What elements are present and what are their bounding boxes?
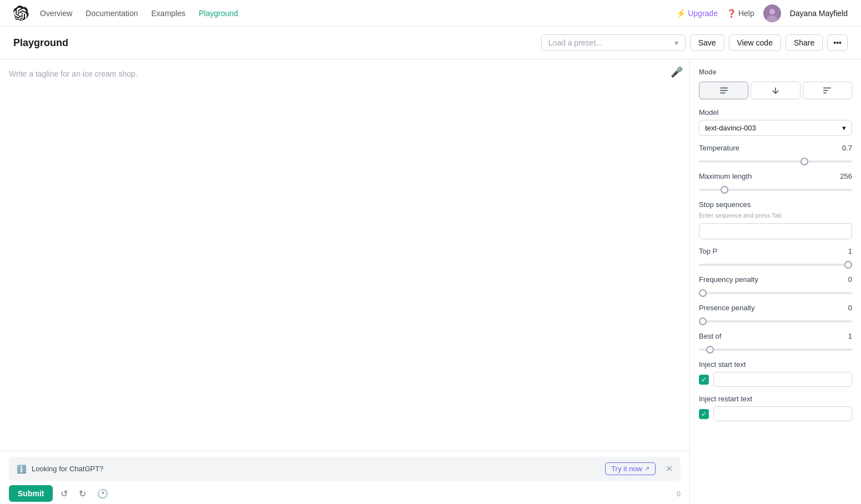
- page-header: Playground Load a preset... ▾ Save View …: [0, 27, 861, 59]
- banner-text: Looking for ChatGPT?: [32, 465, 600, 473]
- token-count: 0: [677, 490, 681, 498]
- stop-sequences-input[interactable]: [699, 223, 852, 239]
- top-p-label: Top P: [699, 247, 717, 255]
- inject-restart-checkbox[interactable]: [699, 409, 709, 419]
- inject-restart-row: [699, 406, 852, 421]
- microphone-icon[interactable]: 🎤: [671, 66, 683, 78]
- inject-start-input[interactable]: [713, 372, 852, 387]
- temperature-label-row: Temperature 0.7: [699, 144, 852, 152]
- close-banner-button[interactable]: ✕: [666, 463, 673, 474]
- presence-penalty-label-row: Presence penalty 0: [699, 304, 852, 312]
- redo-button[interactable]: ↻: [75, 486, 89, 501]
- main-layout: Write a tagline for an ice cream shop. 🎤…: [0, 59, 861, 504]
- presence-penalty-slider-container: [699, 315, 852, 324]
- share-button[interactable]: Share: [786, 34, 823, 51]
- nav-documentation[interactable]: Documentation: [85, 9, 138, 18]
- frequency-penalty-label-row: Frequency penalty 0: [699, 275, 852, 284]
- mode-label: Mode: [699, 68, 852, 76]
- ellipsis-icon: •••: [833, 38, 842, 47]
- svg-point-1: [769, 9, 775, 14]
- best-of-label-row: Best of 1: [699, 332, 852, 340]
- temperature-label: Temperature: [699, 144, 739, 152]
- best-of-value: 1: [848, 332, 852, 340]
- try-it-button[interactable]: Try it now ↗: [605, 462, 656, 475]
- upgrade-button[interactable]: ⚡ Upgrade: [676, 9, 718, 18]
- stop-sequences-label: Stop sequences: [699, 200, 751, 209]
- best-of-slider-container: [699, 344, 852, 352]
- nav-overview[interactable]: Overview: [40, 9, 72, 18]
- mode-complete-button[interactable]: [699, 82, 748, 99]
- model-label-row: Model: [699, 108, 852, 117]
- top-p-label-row: Top P 1: [699, 247, 852, 255]
- model-dropdown[interactable]: text-davinci-003 ▾: [699, 120, 852, 136]
- external-link-icon: ↗: [645, 465, 649, 472]
- frequency-penalty-value: 0: [848, 275, 852, 284]
- sidebar: Mode Model text-davinci-003 ▾ Temperatur…: [690, 59, 861, 504]
- frequency-penalty-label: Frequency penalty: [699, 275, 758, 284]
- header-controls: Load a preset... ▾ Save View code Share …: [541, 34, 848, 51]
- presence-penalty-value: 0: [848, 304, 852, 312]
- inject-start-row: [699, 372, 852, 387]
- max-length-value: 256: [840, 172, 852, 180]
- navbar: Overview Documentation Examples Playgrou…: [0, 0, 861, 27]
- temperature-value: 0.7: [842, 144, 852, 152]
- nav-examples[interactable]: Examples: [152, 9, 185, 18]
- inject-restart-input[interactable]: [713, 406, 852, 421]
- frequency-penalty-slider-container: [699, 287, 852, 296]
- stop-sequences-label-row: Stop sequences: [699, 200, 852, 209]
- chevron-down-icon: ▾: [842, 124, 846, 132]
- best-of-label: Best of: [699, 332, 721, 340]
- frequency-penalty-slider[interactable]: [699, 292, 852, 294]
- max-length-label: Maximum length: [699, 172, 752, 180]
- model-label: Model: [699, 108, 718, 117]
- editor-area: Write a tagline for an ice cream shop. 🎤…: [0, 59, 690, 504]
- top-p-value: 1: [848, 247, 852, 255]
- page-title: Playground: [13, 37, 541, 49]
- help-circle-icon: ❓: [727, 9, 736, 18]
- editor-placeholder: Write a tagline for an ice cream shop.: [9, 68, 681, 80]
- chatgpt-banner: ℹ️ Looking for ChatGPT? Try it now ↗ ✕: [9, 457, 681, 481]
- nav-playground[interactable]: Playground: [199, 9, 238, 18]
- navbar-right: ⚡ Upgrade ❓ Help Dayana Mayfield: [676, 4, 848, 22]
- mode-edit-button[interactable]: [803, 82, 852, 99]
- view-code-button[interactable]: View code: [729, 34, 781, 51]
- mode-insert-button[interactable]: [751, 82, 800, 99]
- nav-links: Overview Documentation Examples Playgrou…: [40, 9, 676, 18]
- best-of-slider[interactable]: [699, 349, 852, 351]
- toolbar-row: Submit ↺ ↻ 🕐 0: [9, 485, 681, 502]
- chevron-down-icon: ▾: [674, 38, 678, 47]
- stop-sequences-hint: Enter sequence and press Tab: [699, 212, 852, 219]
- preset-dropdown[interactable]: Load a preset... ▾: [541, 34, 686, 51]
- undo-button[interactable]: ↺: [57, 486, 71, 501]
- info-icon: ℹ️: [17, 465, 26, 473]
- inject-start-label: Inject start text: [699, 360, 746, 369]
- mode-buttons: [699, 82, 852, 99]
- avatar[interactable]: [763, 4, 781, 22]
- max-length-slider[interactable]: [699, 189, 852, 191]
- inject-start-checkbox[interactable]: [699, 375, 709, 385]
- top-p-slider-container: [699, 259, 852, 268]
- inject-start-label-row: Inject start text: [699, 360, 852, 369]
- presence-penalty-label: Presence penalty: [699, 304, 754, 312]
- bottom-bar: ℹ️ Looking for ChatGPT? Try it now ↗ ✕ S…: [0, 451, 689, 504]
- temperature-slider-container: [699, 155, 852, 164]
- presence-penalty-slider[interactable]: [699, 320, 852, 322]
- inject-restart-label-row: Inject restart text: [699, 395, 852, 403]
- user-name[interactable]: Dayana Mayfield: [790, 9, 848, 18]
- top-p-slider[interactable]: [699, 264, 852, 266]
- submit-button[interactable]: Submit: [9, 485, 53, 502]
- openai-logo[interactable]: [13, 6, 29, 21]
- more-options-button[interactable]: •••: [827, 34, 848, 51]
- max-length-label-row: Maximum length 256: [699, 172, 852, 180]
- max-length-slider-container: [699, 184, 852, 193]
- bolt-icon: ⚡: [676, 9, 686, 18]
- help-link[interactable]: ❓ Help: [727, 9, 754, 18]
- editor-container[interactable]: Write a tagline for an ice cream shop. 🎤: [0, 59, 689, 451]
- temperature-slider[interactable]: [699, 160, 852, 163]
- history-button[interactable]: 🕐: [94, 486, 112, 501]
- save-button[interactable]: Save: [690, 34, 724, 51]
- inject-restart-label: Inject restart text: [699, 395, 752, 403]
